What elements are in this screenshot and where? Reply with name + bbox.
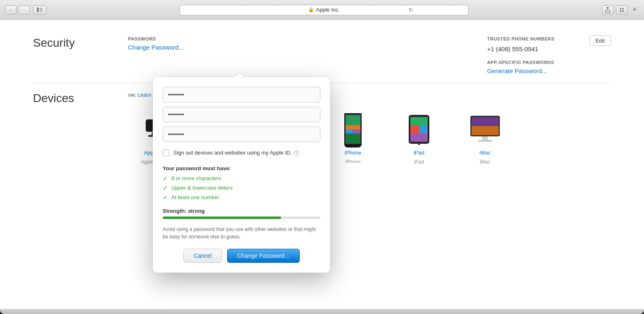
sidebar-button[interactable] <box>33 5 46 14</box>
browser-content: Security PASSWORD Change Password... Edi… <box>0 20 644 309</box>
svg-rect-52 <box>478 140 492 142</box>
confirm-password-input[interactable] <box>163 126 320 142</box>
signout-checkbox[interactable] <box>163 150 169 156</box>
svg-rect-6 <box>620 10 621 12</box>
svg-rect-44 <box>410 133 428 142</box>
signout-text: Sign out devices and websites using my A… <box>173 149 299 157</box>
svg-rect-4 <box>620 8 621 10</box>
toolbar-right: + <box>602 5 639 14</box>
app-specific-label: APP-SPECIFIC PASSWORDS <box>487 60 611 65</box>
password-popup: Sign out devices and websites using my A… <box>153 77 330 273</box>
help-icon[interactable]: ? <box>294 150 299 156</box>
svg-rect-35 <box>346 129 353 133</box>
req-check-2: ✓ <box>163 184 168 192</box>
req-check-1: ✓ <box>163 175 168 182</box>
svg-rect-3 <box>40 11 43 12</box>
ipad-image <box>402 113 436 146</box>
strength-bar-fill <box>163 216 281 219</box>
svg-rect-37 <box>346 133 360 144</box>
device-name: iMac <box>479 150 490 156</box>
laptop-frame: ‹ › 🔒 Apple Inc. ↻ <box>0 0 644 314</box>
edit-button[interactable]: Edit <box>590 36 611 46</box>
svg-rect-51 <box>482 136 488 140</box>
browser-toolbar: ‹ › 🔒 Apple Inc. ↻ <box>0 0 644 20</box>
svg-rect-42 <box>410 125 419 133</box>
strength-section: Strength: strong <box>163 208 320 219</box>
svg-rect-43 <box>419 125 428 133</box>
popup-buttons: Cancel Change Password... <box>163 249 320 263</box>
lock-icon: 🔒 <box>308 7 314 12</box>
svg-rect-7 <box>622 10 624 12</box>
new-password-input[interactable] <box>163 107 320 122</box>
svg-rect-1 <box>40 8 43 9</box>
browser-bottom <box>0 309 644 314</box>
nav-buttons: ‹ › <box>5 5 30 14</box>
svg-rect-41 <box>410 117 428 125</box>
imac-image <box>469 113 502 146</box>
device-type: iPhone <box>345 159 360 163</box>
device-item[interactable]: iMac iMac <box>460 113 510 165</box>
req-text-3: At least one number <box>171 194 219 200</box>
svg-rect-34 <box>346 125 360 129</box>
svg-rect-5 <box>622 8 624 10</box>
device-name: iPad <box>414 150 424 156</box>
new-tab-button[interactable]: + <box>630 5 639 14</box>
device-type: iMac <box>480 159 490 165</box>
change-password-button[interactable]: Change Password... <box>227 249 300 263</box>
requirement-item: ✓ Upper & lowercase letters <box>163 184 320 192</box>
requirements-section: Your password must have: ✓ 8 or more cha… <box>163 165 320 201</box>
current-password-input[interactable] <box>163 87 320 102</box>
security-title: Security <box>33 36 107 50</box>
device-item[interactable]: iPad iPad <box>394 113 444 165</box>
device-name: iPhone <box>345 150 361 156</box>
svg-rect-0 <box>37 7 39 12</box>
requirement-item: ✓ At least one number <box>163 194 320 201</box>
change-password-link[interactable]: Change Password... <box>128 44 211 51</box>
svg-rect-36 <box>353 129 360 133</box>
device-type: iPad <box>414 159 424 165</box>
svg-point-45 <box>418 143 420 145</box>
cancel-button[interactable]: Cancel <box>183 249 222 263</box>
address-text: Apple Inc. <box>316 7 340 13</box>
svg-rect-49 <box>471 117 499 126</box>
browser-chrome: ‹ › 🔒 Apple Inc. ↻ <box>0 0 644 20</box>
svg-rect-50 <box>471 126 499 135</box>
forward-button[interactable]: › <box>18 5 30 14</box>
password-label: PASSWORD <box>128 36 211 41</box>
generate-password-link[interactable]: Generate Password... <box>487 67 547 74</box>
signout-row: Sign out devices and websites using my A… <box>163 149 320 157</box>
share-button[interactable] <box>602 5 613 14</box>
devices-title: Devices <box>33 92 107 105</box>
devices-intro: ow. <box>128 92 136 98</box>
popup-arrow <box>235 73 244 77</box>
req-text-2: Upper & lowercase letters <box>171 185 233 191</box>
requirements-title: Your password must have: <box>163 165 320 171</box>
strength-bar-container <box>163 216 320 219</box>
req-check-3: ✓ <box>163 194 168 201</box>
req-text-1: 8 or more characters <box>171 175 221 181</box>
address-bar[interactable]: 🔒 Apple Inc. ↻ <box>180 5 469 15</box>
avoid-text: Avoid using a password that you use with… <box>163 226 320 240</box>
svg-rect-2 <box>40 10 43 10</box>
new-tab-tile-button[interactable] <box>616 5 627 14</box>
svg-rect-33 <box>346 115 360 125</box>
back-button[interactable]: ‹ <box>5 5 17 14</box>
phone-number: +1 (408) 555-0941 <box>487 45 611 52</box>
iphone-image <box>336 113 369 146</box>
device-item[interactable]: iPhone iPhone <box>328 113 378 163</box>
requirement-item: ✓ 8 or more characters <box>163 175 320 182</box>
reload-button[interactable]: ↻ <box>405 5 417 14</box>
strength-label: Strength: strong <box>163 208 320 214</box>
